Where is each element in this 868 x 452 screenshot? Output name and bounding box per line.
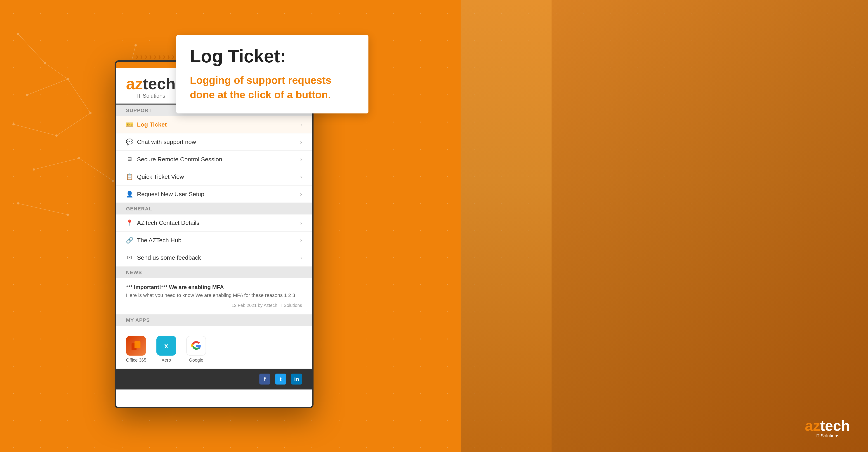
- logo-az: az: [126, 76, 143, 92]
- menu-item-contact[interactable]: 📍 AZTech Contact Details ›: [116, 215, 312, 232]
- news-title: *** Important!*** We are enabling MFA: [126, 284, 302, 290]
- svg-rect-27: [135, 341, 141, 348]
- app-google[interactable]: Google: [186, 336, 206, 363]
- view-icon: 📋: [126, 173, 133, 180]
- arrow-chevron-3: ›: [145, 52, 147, 62]
- callout-box: Log Ticket: Logging of support requests …: [176, 35, 368, 114]
- menu-arrow: ›: [300, 121, 302, 128]
- news-body: Here is what you need to know We are ena…: [126, 292, 302, 299]
- remote-icon: 🖥: [126, 156, 133, 163]
- general-section-header: GENERAL: [116, 203, 312, 215]
- logo-tech: tech: [143, 76, 176, 92]
- linkedin-icon[interactable]: in: [291, 374, 302, 384]
- google-label: Google: [189, 358, 204, 363]
- twitter-icon[interactable]: t: [275, 374, 286, 384]
- menu-arrow: ›: [300, 173, 302, 180]
- hub-label: The AZTech Hub: [137, 237, 182, 244]
- arrow-chevron-2: ›: [140, 52, 143, 62]
- menu-item-left: 🖥 Secure Remote Control Session: [126, 156, 222, 163]
- bottom-right-logo: az tech IT Solutions: [805, 417, 850, 439]
- menu-arrow: ›: [300, 237, 302, 244]
- arrow-chevron-7: ›: [163, 52, 165, 62]
- menu-item-new-user[interactable]: 👤 Request New User Setup ›: [116, 186, 312, 203]
- menu-arrow: ›: [300, 191, 302, 197]
- new-user-label: Request New User Setup: [137, 191, 204, 197]
- person-photo: [552, 0, 868, 452]
- arrow-chevron-9: ›: [172, 52, 175, 62]
- chat-label: Chat with support now: [137, 138, 196, 145]
- user-icon: 👤: [126, 191, 133, 197]
- remote-label: Secure Remote Control Session: [137, 156, 222, 163]
- bottom-logo-tech: tech: [820, 417, 850, 434]
- bottom-logo-text: az tech: [805, 417, 850, 434]
- apps-section-header: MY APPS: [116, 314, 312, 326]
- app-office365[interactable]: Office 365: [126, 336, 147, 363]
- menu-arrow: ›: [300, 156, 302, 163]
- menu-item-left: ✉ Send us some feedback: [126, 254, 201, 261]
- google-icon: [186, 336, 206, 356]
- news-section-header: NEWS: [116, 267, 312, 278]
- arrow-chevron-1: ›: [135, 52, 138, 62]
- apps-section: Office 365 x Xero: [116, 326, 312, 368]
- quick-ticket-label: Quick Ticket View: [137, 173, 184, 180]
- arrow-chevron-4: ›: [149, 52, 152, 62]
- feedback-icon: ✉: [126, 254, 133, 261]
- app-xero[interactable]: x Xero: [156, 336, 176, 363]
- logo-area: az tech IT Solutions: [126, 76, 176, 99]
- news-item: *** Important!*** We are enabling MFA He…: [116, 278, 312, 315]
- logo-text: az tech: [126, 76, 176, 92]
- hub-icon: 🔗: [126, 237, 133, 244]
- menu-item-left: 🎫 Log Ticket: [126, 121, 167, 128]
- arrow-chevron-8: ›: [167, 52, 170, 62]
- contact-icon: 📍: [126, 220, 133, 226]
- callout-body: Logging of support requests done at the …: [190, 73, 355, 102]
- phone-footer: f t in: [116, 368, 312, 389]
- menu-item-hub[interactable]: 🔗 The AZTech Hub ›: [116, 232, 312, 249]
- menu-item-feedback[interactable]: ✉ Send us some feedback ›: [116, 249, 312, 267]
- logo-subtitle: IT Solutions: [126, 93, 176, 99]
- menu-item-log-ticket[interactable]: 🎫 Log Ticket ›: [116, 116, 312, 133]
- menu-item-chat[interactable]: 💬 Chat with support now ›: [116, 133, 312, 151]
- menu-item-left: 📋 Quick Ticket View: [126, 173, 184, 180]
- feedback-label: Send us some feedback: [137, 254, 201, 261]
- xero-label: Xero: [162, 358, 171, 363]
- arrow-chevron-6: ›: [158, 52, 161, 62]
- menu-item-left: 📍 AZTech Contact Details: [126, 220, 199, 226]
- office365-label: Office 365: [126, 358, 147, 363]
- xero-icon: x: [156, 336, 176, 356]
- bottom-logo-az: az: [805, 417, 820, 434]
- news-date: 12 Feb 2021 by Aztech IT Solutions: [126, 303, 302, 308]
- chat-icon: 💬: [126, 138, 133, 145]
- menu-item-remote[interactable]: 🖥 Secure Remote Control Session ›: [116, 151, 312, 168]
- menu-item-left: 👤 Request New User Setup: [126, 191, 204, 197]
- menu-arrow: ›: [300, 220, 302, 226]
- apps-grid: Office 365 x Xero: [126, 336, 302, 363]
- menu-item-left: 💬 Chat with support now: [126, 138, 196, 145]
- log-ticket-label: Log Ticket: [137, 121, 167, 128]
- menu-arrow: ›: [300, 138, 302, 145]
- facebook-icon[interactable]: f: [259, 374, 270, 384]
- office365-icon: [126, 336, 146, 356]
- menu-arrow: ›: [300, 254, 302, 261]
- ticket-icon: 🎫: [126, 121, 133, 128]
- contact-label: AZTech Contact Details: [137, 220, 199, 226]
- menu-item-left: 🔗 The AZTech Hub: [126, 237, 182, 244]
- menu-item-quick-ticket[interactable]: 📋 Quick Ticket View ›: [116, 168, 312, 186]
- arrow-chevron-5: ›: [154, 52, 156, 62]
- callout-title: Log Ticket:: [190, 46, 355, 66]
